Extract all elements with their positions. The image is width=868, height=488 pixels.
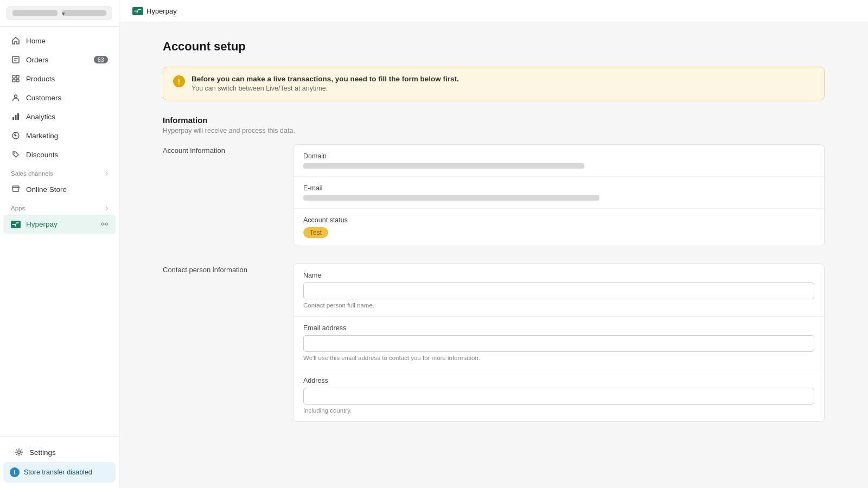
account-info-form: Domain E-mail Account status Test	[293, 144, 825, 246]
sidebar-item-online-store[interactable]: Online Store	[3, 180, 116, 198]
store-transfer-banner[interactable]: i Store transfer disabled	[3, 462, 116, 483]
svg-rect-4	[16, 79, 19, 82]
svg-point-10	[15, 135, 17, 137]
email-value-display	[303, 195, 599, 201]
notification-bell-icon[interactable]: ⚯	[101, 219, 108, 229]
address-label: Address	[303, 377, 814, 384]
home-icon	[11, 36, 21, 46]
domain-field: Domain	[293, 145, 824, 177]
sidebar-item-label: Orders	[26, 56, 48, 64]
topbar-app-icon	[132, 5, 143, 16]
email-label: E-mail	[303, 184, 814, 192]
contact-label-col: Contact person information	[163, 264, 271, 274]
sidebar-item-label: Customers	[26, 94, 61, 102]
sidebar-item-label: Products	[26, 75, 55, 83]
svg-rect-3	[12, 79, 15, 82]
store-transfer-label: Store transfer disabled	[24, 468, 92, 476]
account-status-label: Account status	[303, 216, 814, 224]
sidebar-item-discounts[interactable]: Discounts	[3, 145, 116, 164]
content-area: Account setup ! Before you can make a li…	[119, 22, 868, 488]
svg-rect-2	[16, 75, 19, 78]
svg-rect-6	[12, 117, 14, 120]
hyperpay-icon	[11, 220, 21, 229]
products-icon	[11, 74, 21, 84]
contact-form-col: Name Contact person full name. Email add…	[293, 264, 825, 422]
svg-rect-0	[12, 56, 19, 63]
sidebar-item-label: Hyperpay	[26, 220, 58, 228]
analytics-icon	[11, 112, 21, 121]
orders-badge: 63	[94, 56, 108, 63]
address-field: Address Including country.	[293, 369, 824, 421]
account-info-label: Account information	[163, 144, 271, 155]
sales-channels-section: Sales channels ›	[0, 164, 119, 179]
store-selector[interactable]: ▾	[0, 0, 119, 27]
alert-sub-text: You can switch between Live/Test at anyt…	[192, 85, 459, 92]
store-dropdown[interactable]: ▾	[7, 7, 112, 20]
chevron-down-icon: ▾	[62, 10, 107, 16]
email-field: E-mail	[293, 177, 824, 209]
warning-icon: !	[173, 75, 185, 87]
alert-banner: ! Before you can make a live transaction…	[163, 67, 825, 100]
apps-arrow-icon[interactable]: ›	[106, 204, 108, 212]
contact-email-field: Email address We'll use this email addre…	[293, 317, 824, 369]
information-section-title: Information	[163, 115, 825, 125]
account-status-field: Account status Test	[293, 209, 824, 246]
store-name	[12, 10, 58, 16]
sidebar-item-orders[interactable]: Orders 63	[3, 50, 116, 69]
sidebar-item-hyperpay[interactable]: Hyperpay ⚯	[3, 215, 116, 234]
sidebar: ▾ Home Orders 63	[0, 0, 119, 488]
main-area: Hyperpay Account setup ! Before you can …	[119, 0, 868, 488]
contact-email-input[interactable]	[303, 335, 814, 352]
svg-point-11	[14, 153, 15, 154]
contact-row: Contact person information Name Contact …	[163, 264, 825, 422]
contact-email-hint: We'll use this email address to contact …	[303, 355, 814, 361]
contact-email-label: Email address	[303, 324, 814, 332]
sidebar-item-home[interactable]: Home	[3, 31, 116, 50]
sidebar-item-label: Home	[26, 37, 46, 45]
store-icon	[11, 184, 21, 194]
sidebar-item-label: Discounts	[26, 151, 58, 159]
account-info-row: Account information Domain E-mail Accoun…	[163, 144, 825, 246]
topbar-app-name: Hyperpay	[146, 7, 177, 15]
orders-icon	[11, 55, 21, 65]
sidebar-bottom: Settings i Store transfer disabled	[0, 436, 119, 488]
sidebar-nav: Home Orders 63 Product	[0, 27, 119, 436]
name-field: Name Contact person full name.	[293, 264, 824, 317]
apps-section: Apps ›	[0, 199, 119, 214]
sidebar-item-marketing[interactable]: Marketing	[3, 126, 116, 145]
info-icon: i	[10, 467, 20, 477]
svg-point-5	[15, 95, 17, 98]
sidebar-item-customers[interactable]: Customers	[3, 88, 116, 107]
page-title: Account setup	[163, 40, 825, 54]
status-badge: Test	[303, 227, 328, 238]
name-label: Name	[303, 272, 814, 279]
settings-label: Settings	[29, 448, 56, 457]
domain-value-display	[303, 163, 584, 169]
svg-rect-8	[17, 113, 19, 120]
address-hint: Including country.	[303, 407, 814, 414]
svg-rect-7	[15, 115, 17, 120]
information-section-desc: Hyperpay will receive and process this d…	[163, 127, 825, 134]
sidebar-item-analytics[interactable]: Analytics	[3, 107, 116, 126]
discounts-icon	[11, 150, 21, 159]
sidebar-item-label: Marketing	[26, 132, 58, 140]
name-input[interactable]	[303, 282, 814, 299]
alert-main-text: Before you can make a live transactions,…	[192, 75, 459, 83]
contact-section: Contact person information Name Contact …	[163, 264, 825, 422]
sales-channels-arrow-icon[interactable]: ›	[106, 170, 108, 177]
svg-point-13	[18, 451, 21, 454]
name-hint: Contact person full name.	[303, 302, 814, 309]
topbar: Hyperpay	[119, 0, 868, 22]
sidebar-item-label: Online Store	[26, 185, 67, 194]
domain-label: Domain	[303, 152, 814, 160]
sidebar-item-label: Analytics	[26, 113, 55, 121]
alert-text: Before you can make a live transactions,…	[192, 75, 459, 92]
address-input[interactable]	[303, 388, 814, 404]
customers-icon	[11, 93, 21, 102]
information-section: Information Hyperpay will receive and pr…	[163, 115, 825, 246]
marketing-icon	[11, 131, 21, 140]
sidebar-item-settings[interactable]: Settings	[7, 443, 112, 461]
sidebar-item-products[interactable]: Products	[3, 69, 116, 88]
svg-rect-1	[12, 75, 15, 78]
settings-icon	[14, 447, 24, 457]
